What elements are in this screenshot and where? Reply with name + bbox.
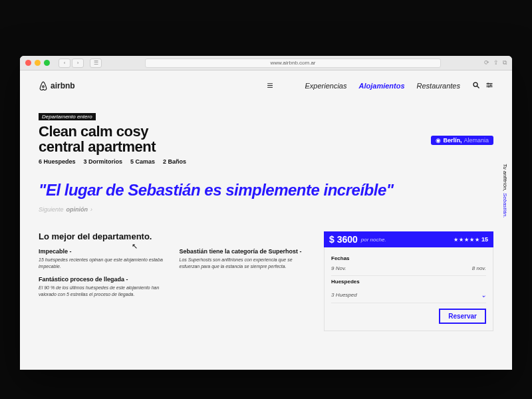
reserve-button[interactable]: Reservar: [439, 309, 486, 324]
search-icon[interactable]: [472, 81, 480, 91]
best-item-desc: El 90 % de los últimos huéspedes de este…: [39, 285, 164, 297]
browser-chrome: ‹ › ☰ www.airbnb.com.ar ⟳ ⇪ ⧉: [20, 56, 512, 70]
url-bar[interactable]: www.airbnb.com.ar: [145, 59, 441, 68]
spec-guests: 6 Huespedes: [39, 158, 76, 165]
svg-point-7: [490, 84, 491, 86]
checkout-date[interactable]: 8 nov.: [472, 265, 486, 271]
location-tag[interactable]: ◉ Berlín, Alemania: [431, 136, 493, 145]
featured-review-quote: "El lugar de Sebastián es simplemente in…: [39, 181, 493, 200]
spec-beds: 5 Camas: [130, 158, 155, 165]
best-item-title: Fantástico proceso de llegada -: [39, 276, 164, 283]
listing-specs: 6 Huespedes 3 Dormitorios 5 Camas 2 Baño…: [39, 158, 493, 165]
top-nav: airbnb ≡ Experiencias Alojamientos Resta…: [39, 80, 493, 92]
best-item-title: Impecable -: [39, 248, 164, 255]
next-review-bold: opinión: [66, 206, 88, 213]
spec-baths: 2 Baños: [163, 158, 186, 165]
guests-value: 3 Huesped: [331, 292, 357, 298]
chevron-down-icon: ⌄: [481, 291, 486, 299]
nav-experiencias[interactable]: Experiencias: [305, 82, 347, 90]
guests-selector[interactable]: 3 Huesped ⌄: [331, 289, 486, 301]
checkin-date[interactable]: 9 Nov.: [331, 265, 346, 271]
listing-title: Clean calm cosy central apartment: [39, 124, 493, 154]
spec-bedrooms: 3 Dormitorios: [84, 158, 123, 165]
nav-restaurantes[interactable]: Restaurantes: [417, 82, 460, 90]
reader-icon[interactable]: ⟳: [484, 59, 489, 66]
next-review-link[interactable]: Siguiente opinión ›: [39, 206, 493, 213]
svg-point-8: [488, 86, 489, 87]
divider: [331, 303, 486, 303]
brand-logo[interactable]: airbnb: [39, 81, 75, 90]
svg-point-6: [487, 82, 489, 84]
listing-header: Departamento entero Clean calm cosy cent…: [39, 109, 493, 165]
location-country: Alemania: [464, 137, 489, 144]
tabs-icon[interactable]: ⧉: [503, 59, 507, 66]
best-item-title: Sebastián tiene la categoría de Superhos…: [180, 248, 305, 255]
listing-title-line1: Clean calm cosy: [39, 124, 493, 139]
best-item-desc: 15 huéspedes recientes opinan que este a…: [39, 257, 164, 269]
host-name: Sebastián.: [502, 193, 508, 218]
close-window-icon[interactable]: [25, 60, 31, 66]
best-item-desc: Los Superhosts son anfitriones con exper…: [180, 257, 305, 269]
window-controls[interactable]: [25, 60, 50, 66]
chevron-right-icon: ›: [90, 206, 92, 213]
price-bar: $ 3600 por noche. ★★★★★ 15: [324, 231, 493, 247]
svg-point-0: [43, 86, 45, 88]
best-of-listing: Lo mejor del departamento. Impecable - 1…: [39, 231, 304, 331]
rating-stars-icon: ★★★★★: [454, 237, 480, 243]
location-city: Berlín,: [443, 137, 462, 144]
browser-window: ‹ › ☰ www.airbnb.com.ar ⟳ ⇪ ⧉ airbnb ≡ E…: [20, 56, 512, 370]
svg-line-2: [477, 86, 479, 88]
hamburger-menu-icon[interactable]: ≡: [267, 80, 273, 92]
price-amount: $ 3600: [329, 234, 358, 245]
best-heading: Lo mejor del departamento.: [39, 231, 304, 241]
dates-label: Fechas: [331, 255, 486, 261]
divider: [331, 275, 486, 276]
forward-button[interactable]: ›: [72, 59, 84, 68]
review-count: 15: [481, 236, 488, 243]
price-per-night: por noche.: [361, 237, 386, 243]
page-content: airbnb ≡ Experiencias Alojamientos Resta…: [20, 70, 512, 370]
next-review-pre: Siguiente: [39, 206, 64, 213]
pin-icon: ◉: [436, 137, 441, 144]
nav-alojamientos[interactable]: Alojamientos: [358, 82, 404, 90]
svg-point-1: [473, 82, 477, 86]
listing-title-line2: central apartment: [39, 139, 493, 154]
brand-name: airbnb: [51, 81, 75, 90]
guests-label: Huespedes: [331, 279, 486, 285]
listing-type-badge: Departamento entero: [39, 113, 96, 120]
airbnb-logo-icon: [39, 81, 48, 90]
minimize-window-icon[interactable]: [35, 60, 41, 66]
filter-icon[interactable]: [485, 81, 493, 91]
maximize-window-icon[interactable]: [44, 60, 50, 66]
booking-card: $ 3600 por noche. ★★★★★ 15 Fechas 9 Nov.…: [324, 231, 493, 331]
sidebar-button[interactable]: ☰: [90, 59, 102, 68]
host-label: Tu anfitrión,: [502, 164, 508, 192]
host-vertical-label: Tu anfitrión, Sebastián.: [502, 164, 508, 218]
mouse-cursor-icon: ↖: [132, 242, 138, 251]
back-button[interactable]: ‹: [59, 59, 70, 68]
share-icon[interactable]: ⇪: [493, 59, 499, 66]
